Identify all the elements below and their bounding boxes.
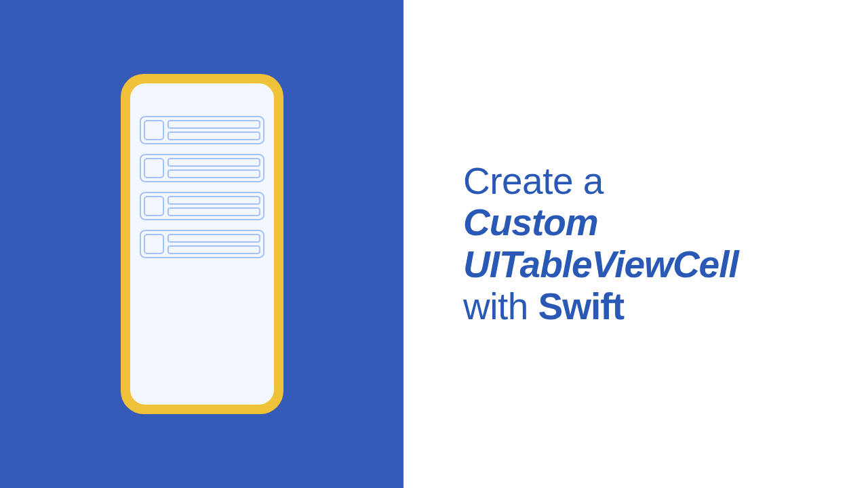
title-word-create: Create: [463, 160, 573, 202]
cell-line: [167, 158, 260, 167]
illustration-panel: [0, 0, 403, 488]
title-word-custom: Custom: [463, 201, 598, 243]
cell-text-placeholder: [167, 234, 260, 254]
title-word-a: a: [573, 160, 604, 202]
cell-thumbnail-placeholder: [144, 158, 164, 178]
table-row: [140, 116, 264, 144]
title-word-with: with: [463, 285, 538, 327]
cell-line: [167, 131, 260, 140]
cell-thumbnail-placeholder: [144, 196, 164, 216]
phone-mockup: [121, 74, 283, 414]
table-row: [140, 230, 264, 258]
cell-text-placeholder: [167, 120, 260, 140]
cell-line: [167, 207, 260, 216]
cell-line: [167, 245, 260, 254]
cell-text-placeholder: [167, 196, 260, 216]
table-row: [140, 192, 264, 220]
cell-line: [167, 196, 260, 205]
title-word-swift: Swift: [538, 285, 624, 327]
phone-screen: [130, 83, 274, 405]
headline-panel: Create a Custom UITableViewCell with Swi…: [403, 0, 868, 488]
title-word-uitableviewcell: UITableViewCell: [463, 243, 738, 285]
cell-thumbnail-placeholder: [144, 234, 164, 254]
cell-line: [167, 234, 260, 243]
cell-line: [167, 169, 260, 178]
cell-line: [167, 120, 260, 129]
table-row: [140, 154, 264, 182]
cell-text-placeholder: [167, 158, 260, 178]
page-title: Create a Custom UITableViewCell with Swi…: [463, 161, 738, 327]
cell-thumbnail-placeholder: [144, 120, 164, 140]
